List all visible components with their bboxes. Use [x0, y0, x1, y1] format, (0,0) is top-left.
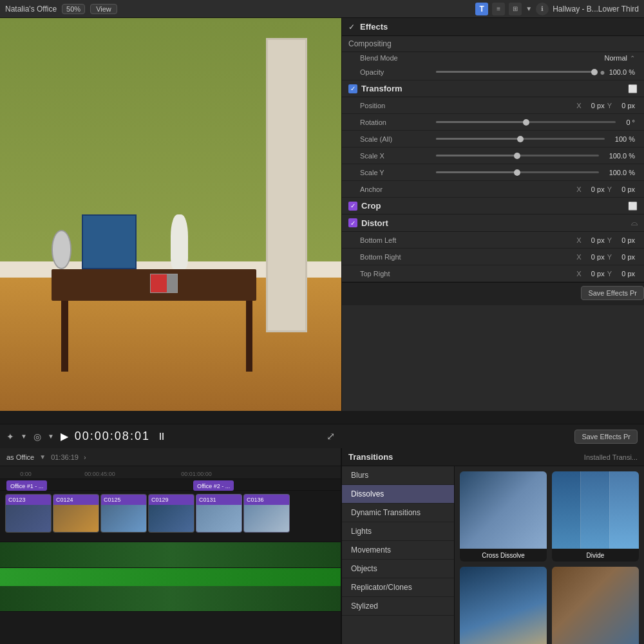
crop-label: Crop — [361, 201, 381, 211]
clip-c0125[interactable]: C0125 — [100, 494, 147, 533]
save-effects-button[interactable]: Save Effects Pr — [581, 286, 644, 300]
transform-label: Transform — [361, 84, 402, 93]
zoom-control[interactable]: 50% — [62, 4, 85, 14]
ruler-marks: 0:00 00:00:45:00 00:01:00:00 — [0, 466, 341, 478]
rotation-label: Rotation — [360, 118, 431, 126]
audio-track-2 — [0, 586, 341, 612]
transitions-panel: Transitions Installed Transi... Blurs Di… — [341, 448, 644, 644]
distort-checkbox[interactable]: ✓ — [348, 218, 357, 227]
fullscreen-button[interactable]: ⤢ — [327, 430, 335, 442]
crop-checkbox[interactable]: ✓ — [348, 202, 357, 211]
info-icon[interactable]: ℹ — [536, 3, 549, 15]
green-bar-track — [0, 568, 341, 586]
justify-icon[interactable]: ≡ — [492, 3, 505, 15]
sidebar-item-stylized[interactable]: Stylized — [342, 597, 454, 616]
gyro-icon[interactable]: ◎ — [33, 431, 41, 442]
dropdown-arrow-icon[interactable]: ▼ — [526, 5, 532, 12]
anchor-xy: X 0 px Y 0 px — [576, 185, 635, 193]
bottom-panel: as Office ▼ 01:36:19 › 0:00 00:00:45:00 … — [0, 448, 644, 644]
view-button[interactable]: View — [90, 4, 117, 14]
compositing-header[interactable]: Compositing — [342, 36, 644, 52]
br-x-value[interactable]: 0 px — [584, 253, 605, 261]
opacity-dot: ● — [600, 67, 605, 77]
rotation-slider[interactable] — [436, 121, 616, 123]
br-y-value[interactable]: 0 px — [614, 253, 635, 261]
transitions-header: Transitions Installed Transi... — [342, 448, 644, 466]
tr-x-label: X — [576, 270, 581, 278]
bottom-left-row: Bottom Left X 0 px Y 0 px — [342, 232, 644, 249]
scale-y-label: Scale Y — [360, 169, 431, 176]
ruler-mark-00: 0:00 — [0, 471, 52, 477]
grid-icon[interactable]: ⊞ — [509, 3, 522, 15]
sidebar-item-blurs[interactable]: Blurs — [342, 466, 454, 485]
transition-fade-to-color[interactable]: Fade To Color — [460, 567, 547, 644]
green-bar — [0, 568, 341, 586]
clip-c0124[interactable]: C0124 — [53, 494, 99, 533]
room-table-leg-left — [61, 301, 68, 372]
clip-c0129[interactable]: C0129 — [148, 494, 194, 533]
cross-dissolve-preview — [460, 471, 547, 549]
sidebar-item-dynamic[interactable]: Dynamic Transitions — [342, 504, 454, 522]
position-xy: X 0 px Y 0 px — [576, 102, 635, 109]
sidebar-item-replicator[interactable]: Replicator/Clones — [342, 578, 454, 597]
sidebar-item-lights[interactable]: Lights — [342, 522, 454, 541]
save-effects-pr-button[interactable]: Save Effects Pr — [574, 430, 638, 444]
scale-y-slider[interactable] — [436, 171, 599, 173]
distort-header[interactable]: ✓ Distort ⌓ — [342, 214, 644, 232]
play-button[interactable]: ▶ — [61, 430, 68, 442]
fade-to-color-preview — [460, 567, 547, 644]
timeline-panel: as Office ▼ 01:36:19 › 0:00 00:00:45:00 … — [0, 448, 341, 644]
bottom-left-xy: X 0 px Y 0 px — [576, 236, 635, 244]
clip-c0136[interactable]: C0136 — [243, 494, 290, 533]
video-preview — [0, 18, 341, 411]
scale-all-slider[interactable] — [436, 138, 605, 140]
clip-c0123[interactable]: C0123 — [5, 494, 52, 533]
opacity-slider[interactable] — [436, 71, 594, 73]
bl-x-value[interactable]: 0 px — [584, 236, 605, 244]
inspector-panel: ✓ Effects Compositing Blend Mode Normal … — [341, 18, 644, 411]
audio-track-1 — [0, 542, 341, 568]
inspector-header: ✓ Effects — [342, 18, 644, 36]
transport-dropdown-icon[interactable]: ▼ — [21, 433, 27, 440]
scale-x-slider[interactable] — [436, 155, 599, 156]
text-tool-icon[interactable]: T — [475, 3, 488, 15]
clip-c0129-thumb — [149, 505, 194, 533]
position-y-label: Y — [607, 102, 612, 109]
timeline-dropdown-icon[interactable]: ▼ — [39, 453, 46, 460]
transform-checkbox[interactable]: ✓ — [348, 84, 357, 93]
ruler-mark-45: 00:00:45:00 — [52, 471, 148, 477]
anchor-y-value[interactable]: 0 px — [614, 185, 635, 193]
br-y-label: Y — [607, 253, 612, 261]
transition-flow[interactable]: Flow — [552, 567, 639, 644]
crop-header[interactable]: ✓ Crop ⬜ — [342, 198, 644, 214]
clip-c0131-thumb — [196, 505, 242, 533]
timeline-label-bar: as Office ▼ 01:36:19 › — [0, 448, 341, 466]
sidebar-item-objects[interactable]: Objects — [342, 560, 454, 578]
position-x-value[interactable]: 0 px — [584, 102, 605, 109]
position-y-value[interactable]: 0 px — [614, 102, 635, 109]
transform-header[interactable]: ✓ Transform ⬜ — [342, 80, 644, 97]
tr-y-value[interactable]: 0 px — [614, 270, 635, 278]
anchor-row: Anchor X 0 px Y 0 px — [342, 181, 644, 198]
transition-divide[interactable]: Divide — [552, 471, 639, 562]
clip-c0124-label-bar: C0124 — [53, 495, 99, 505]
clip-name: Hallway - B...Lower Third — [553, 5, 639, 14]
installed-transitions-label: Installed Transi... — [584, 453, 638, 461]
top-right-row: Top Right X 0 px Y 0 px — [342, 265, 644, 282]
gyro-dropdown-icon[interactable]: ▼ — [48, 433, 54, 440]
audio-waveform-1 — [0, 542, 341, 567]
tr-x-value[interactable]: 0 px — [584, 270, 605, 278]
transition-cross-dissolve[interactable]: Cross Dissolve — [460, 471, 547, 562]
scale-all-value: 100 % — [615, 135, 635, 143]
inspector-footer: Save Effects Pr — [342, 282, 644, 305]
timecode-ruler: 0:00 00:00:45:00 00:01:00:00 — [0, 466, 341, 479]
sidebar-item-dissolves[interactable]: Dissolves — [342, 485, 454, 504]
clip-c0131[interactable]: C0131 — [196, 494, 242, 533]
anchor-x-value[interactable]: 0 px — [584, 185, 605, 193]
clip-c0123-label-bar: C0123 — [6, 495, 51, 505]
timeline-tracks: Office #1 - ... Office #2 - ... C0123 — [0, 479, 341, 612]
bl-y-value[interactable]: 0 px — [614, 236, 635, 244]
magic-tool-icon[interactable]: ✦ — [6, 431, 14, 442]
sidebar-item-movements[interactable]: Movements — [342, 541, 454, 560]
effects-checkbox[interactable]: ✓ — [348, 23, 355, 32]
